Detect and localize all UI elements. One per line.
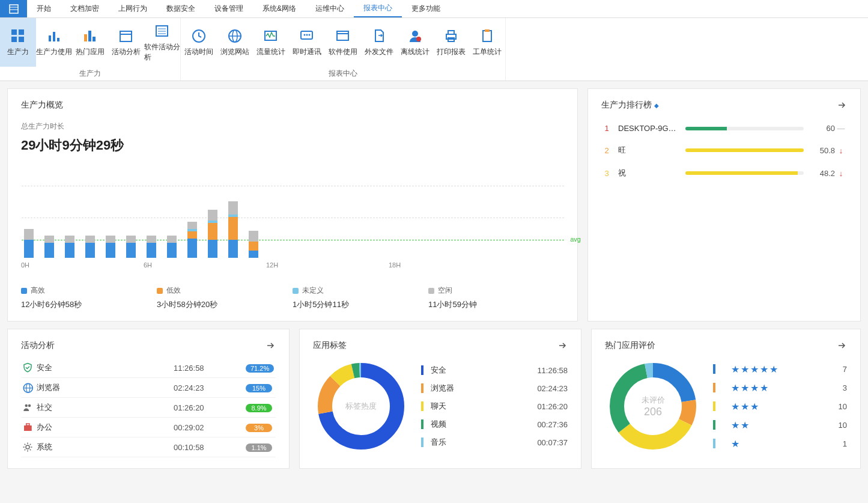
overview-title: 生产力概览 [21, 100, 63, 111]
menu-文档加密[interactable]: 文档加密 [61, 0, 109, 17]
tag-row-视频[interactable]: 视频00:27:36 [421, 415, 568, 433]
menu-数据安全[interactable]: 数据安全 [157, 0, 205, 17]
arrow-right-icon [837, 100, 846, 110]
ranking-arrow[interactable] [836, 100, 847, 111]
chat-icon [299, 28, 315, 44]
ribbon-浏览网站[interactable]: 浏览网站 [217, 18, 253, 67]
ranking-title: 生产力排行榜◆ [601, 100, 659, 111]
rating-donut-center: 未评价 206 [605, 358, 701, 454]
svg-point-44 [26, 445, 29, 449]
tag-row-聊天[interactable]: 聊天01:26:20 [421, 397, 568, 415]
ribbon-工单统计[interactable]: 工单统计 [469, 18, 505, 67]
menu-报表中心[interactable]: 报表中心 [354, 0, 402, 17]
logo-icon [8, 4, 19, 14]
activity-row-浏览器[interactable]: 浏览器02:24:2315% [21, 378, 276, 398]
activity-arrow[interactable] [265, 340, 276, 351]
ribbon-生产力使用[interactable]: 生产力使用 [36, 18, 72, 67]
ribbon-生产力[interactable]: 生产力 [0, 18, 36, 67]
rating-row-1[interactable]: ★1 [713, 434, 847, 453]
legend-高效: 高效12小时6分钟58秒 [21, 285, 157, 310]
x-axis: 0H6H12H18H [21, 261, 564, 269]
tags-donut-center: 标签热度 [313, 358, 409, 454]
svg-rect-12 [93, 37, 96, 41]
menu-设备管理[interactable]: 设备管理 [205, 0, 253, 17]
column-chart-icon [82, 28, 99, 44]
pulse-icon [263, 28, 279, 44]
menu-系统&网络[interactable]: 系统&网络 [253, 0, 306, 17]
trend-icon: — [835, 124, 847, 133]
productivity-overview-panel: 生产力概览 总生产力时长 29小时9分钟29秒 avg 0H6H12H18H 高… [7, 88, 578, 322]
svg-rect-36 [485, 29, 490, 32]
rating-row-3[interactable]: ★★★10 [713, 397, 847, 416]
clock-icon [190, 28, 207, 44]
svg-rect-4 [19, 29, 24, 35]
ribbon-热门应用[interactable]: 热门应用 [72, 18, 108, 67]
svg-point-26 [306, 34, 308, 36]
tag-row-安全[interactable]: 安全11:26:58 [421, 361, 568, 379]
ribbon-软件使用[interactable]: 软件使用 [325, 18, 361, 67]
productivity-bar-chart: avg [21, 168, 564, 258]
overview-subtitle: 总生产力时长 [21, 121, 564, 132]
avg-label: avg [570, 236, 581, 243]
bar-4 [106, 236, 115, 258]
rank-row-2[interactable]: 2旺50.8↓ [601, 139, 847, 162]
bar-2 [65, 236, 74, 258]
globe-icon [226, 28, 243, 44]
svg-point-40 [25, 404, 28, 407]
ribbon-group-label: 报表中心 [181, 67, 505, 81]
menu-上网行为[interactable]: 上网行为 [109, 0, 157, 17]
tag-row-浏览器[interactable]: 浏览器02:24:23 [421, 379, 568, 397]
rank-row-3[interactable]: 3祝48.2↓ [601, 162, 847, 184]
svg-rect-13 [120, 31, 132, 41]
activity-row-安全[interactable]: 安全11:26:5871.2% [21, 358, 276, 378]
ribbon-打印报表[interactable]: 打印报表 [433, 18, 469, 67]
window-icon [335, 28, 351, 44]
activity-row-系统[interactable]: 系统00:10:581.1% [21, 437, 276, 457]
rating-arrow[interactable] [836, 340, 847, 351]
ribbon-流量统计[interactable]: 流量统计 [253, 18, 289, 67]
ribbon-活动分析[interactable]: 活动分析 [108, 18, 144, 67]
tags-arrow[interactable] [557, 340, 568, 351]
svg-point-30 [412, 31, 418, 37]
ribbon-即时通讯[interactable]: 即时通讯 [289, 18, 325, 67]
svg-point-31 [416, 37, 421, 41]
ribbon-离线统计[interactable]: 离线统计 [397, 18, 433, 67]
activity-row-社交[interactable]: 社交01:26:208.9% [21, 398, 276, 418]
gear-icon [21, 442, 34, 453]
svg-rect-28 [337, 31, 348, 40]
activity-analysis-panel: 活动分析 安全11:26:5871.2%浏览器02:24:2315%社交01:2… [7, 329, 290, 469]
svg-rect-6 [19, 37, 24, 42]
tag-row-音乐[interactable]: 音乐00:07:37 [421, 433, 568, 451]
svg-rect-0 [10, 5, 18, 13]
svg-point-27 [309, 34, 311, 36]
bar-3 [85, 236, 95, 258]
svg-point-41 [28, 404, 31, 407]
rating-row-4[interactable]: ★★★★3 [713, 379, 847, 397]
menu-运维中心[interactable]: 运维中心 [306, 0, 354, 17]
rating-row-2[interactable]: ★★10 [713, 416, 847, 434]
trend-icon: ↓ [835, 169, 847, 178]
rating-row-5[interactable]: ★★★★★7 [713, 360, 847, 379]
svg-rect-8 [53, 32, 55, 41]
bar-7 [167, 236, 177, 258]
ribbon-group-label: 生产力 [0, 67, 180, 81]
ribbon-外发文件[interactable]: 外发文件 [361, 18, 397, 67]
sort-icon[interactable]: ◆ [654, 102, 659, 109]
rank-row-1[interactable]: 1DESKTOP-9G8...60— [601, 118, 847, 139]
ribbon-软件活动分析[interactable]: 软件活动分析 [144, 18, 180, 67]
menu-开始[interactable]: 开始 [27, 0, 61, 17]
activity-row-办公[interactable]: 办公00:29:023% [21, 418, 276, 437]
globe-icon [21, 382, 34, 393]
productivity-ranking-panel: 生产力排行榜◆ 1DESKTOP-9G8...60—2旺50.8↓3祝48.2↓ [587, 88, 861, 322]
svg-rect-42 [24, 425, 32, 431]
stars-4: ★★★★ [723, 382, 829, 394]
ribbon-活动时间[interactable]: 活动时间 [181, 18, 217, 67]
app-logo[interactable] [0, 0, 27, 17]
legend-未定义: 未定义1小时5分钟11秒 [293, 285, 428, 310]
grid-icon [10, 28, 26, 44]
menu-更多功能[interactable]: 更多功能 [402, 0, 450, 17]
bar-6 [147, 236, 156, 258]
ribbon: 生产力生产力使用热门应用活动分析软件活动分析生产力活动时间浏览网站流量统计即时通… [0, 18, 868, 81]
app-tags-panel: 应用标签 标签热度 安全11:26:58浏览器02:24:23聊天01:26:2… [299, 329, 581, 469]
bar-9 [208, 210, 217, 258]
